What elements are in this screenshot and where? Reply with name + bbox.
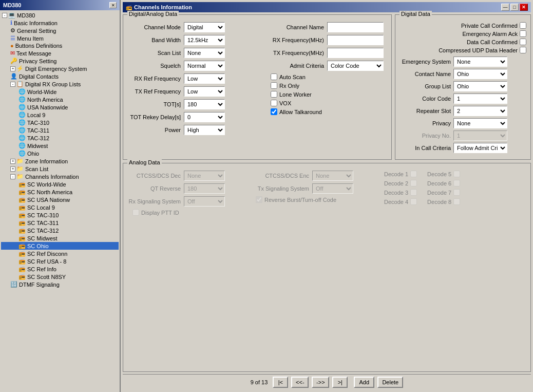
nav-next-btn[interactable]: ->>	[312, 377, 329, 388]
sidebar-item-sc-tac-311[interactable]: 📻 SC TAC-311	[1, 219, 119, 227]
tx-freq-input[interactable]: 449.30000	[327, 48, 384, 58]
squelch-label: Squelch	[127, 63, 184, 69]
emergency-alarm-checkbox[interactable]	[520, 30, 526, 37]
decode7-checkbox[interactable]	[453, 189, 460, 196]
in-call-criteria-select[interactable]: Follow Admit Criteria	[453, 143, 507, 153]
tot-rekey-select[interactable]: 0	[184, 112, 225, 122]
decode4-checkbox[interactable]	[410, 198, 417, 205]
expand-icon-zone[interactable]: +	[10, 159, 15, 164]
expand-icon-channels[interactable]: -	[10, 174, 15, 179]
nav-add-btn[interactable]: Add	[354, 377, 374, 388]
power-select[interactable]: High Low	[184, 125, 225, 135]
contact-name-select[interactable]: Ohio	[453, 69, 507, 79]
sidebar-item-usa-nationwide[interactable]: 🌐 USA Nationwide	[1, 103, 119, 111]
band-width-select[interactable]: 12.5kHz	[184, 35, 225, 45]
expand-icon[interactable]: -	[2, 13, 7, 18]
allow-talkaround-checkbox[interactable]	[271, 108, 277, 115]
private-call-checkbox[interactable]	[520, 22, 526, 29]
ctcss-dec-select[interactable]: None	[184, 171, 225, 181]
sidebar-item-sc-tac-310[interactable]: 📻 SC TAC-310	[1, 211, 119, 219]
compressed-udp-checkbox[interactable]	[520, 47, 526, 53]
channel-mode-select[interactable]: Digital	[184, 22, 225, 32]
sidebar-item-general-setting[interactable]: ⚙ General Setting	[1, 27, 119, 34]
sidebar-item-digit-emergency[interactable]: + ⚡ Digit Emergency System	[1, 65, 119, 72]
sidebar-item-basic-info[interactable]: ℹ Basic Information	[1, 19, 119, 27]
decode3-checkbox[interactable]	[410, 189, 417, 196]
sidebar-item-tac-310[interactable]: 🌐 TAC-310	[1, 119, 119, 126]
rx-freq-input[interactable]: 444.30000	[327, 35, 384, 45]
reverse-burst-checkbox[interactable]	[256, 196, 262, 203]
minimize-btn[interactable]: —	[501, 4, 509, 11]
sidebar-item-digital-rx[interactable]: - 📋 Digital RX Group Lists	[1, 80, 119, 88]
nav-prev-btn[interactable]: <<-	[291, 377, 309, 388]
decode6-checkbox[interactable]	[453, 180, 460, 186]
sidebar-item-midwest[interactable]: 🌐 Midwest	[1, 142, 119, 150]
tx-ref-freq-select[interactable]: Low	[184, 86, 225, 97]
decode2-checkbox[interactable]	[410, 180, 417, 186]
sidebar-item-ohio[interactable]: 🌐 Ohio	[1, 150, 119, 157]
sidebar-item-menu-item[interactable]: ☰ Menu Item	[1, 34, 119, 42]
sidebar-item-sc-scott-n8sy[interactable]: 📻 SC Scott N8SY	[1, 273, 119, 281]
sidebar-item-local-9[interactable]: 🌐 Local 9	[1, 111, 119, 119]
decode5-checkbox[interactable]	[453, 171, 460, 177]
sidebar-item-sc-world-wide[interactable]: 📻 SC World-Wide	[1, 180, 119, 188]
decode1-checkbox[interactable]	[410, 171, 417, 177]
squelch-select[interactable]: Normal High Low	[184, 61, 225, 71]
restore-btn[interactable]: □	[510, 4, 519, 11]
lone-worker-checkbox[interactable]	[271, 91, 277, 98]
group-list-select[interactable]: Ohio	[453, 81, 507, 91]
sidebar-item-sc-ref-usa-8[interactable]: 📻 SC Ref USA - 8	[1, 257, 119, 265]
auto-scan-checkbox[interactable]	[271, 73, 277, 80]
color-code-select[interactable]: 1	[453, 94, 507, 104]
privacy-no-select[interactable]: 1	[453, 130, 507, 141]
band-width-label: Band Width	[127, 37, 184, 43]
ctcss-enc-select[interactable]: None	[312, 171, 353, 181]
scan-list-select[interactable]: None	[184, 48, 225, 58]
nav-delete-btn[interactable]: Delete	[377, 377, 403, 388]
sidebar-item-dtmf[interactable]: 🔢 DTMF Signaling	[1, 281, 119, 288]
expand-icon-scan[interactable]: +	[10, 166, 15, 172]
rx-only-checkbox[interactable]	[271, 82, 277, 89]
expand-icon-rx[interactable]: -	[10, 82, 15, 87]
repeater-slot-select[interactable]: 2	[453, 106, 507, 116]
sidebar-item-md380[interactable]: - 💻 MD380	[1, 11, 119, 19]
rx-signaling-select[interactable]: Off	[184, 196, 225, 207]
sidebar-item-zone-info[interactable]: + 📁 Zone Information	[1, 157, 119, 165]
ch-icon-t311: 📻	[18, 219, 26, 226]
sidebar-item-north-america[interactable]: 🌐 North America	[1, 96, 119, 103]
sidebar-item-channels-info[interactable]: - 📁 Channels Information	[1, 173, 119, 180]
tot-select[interactable]: 180	[184, 99, 225, 109]
admit-criteria-select[interactable]: Color Code Always Channel Free	[327, 61, 384, 71]
vox-checkbox[interactable]	[271, 100, 277, 106]
sidebar-item-digital-contacts[interactable]: 👤 Digital Contacts	[1, 72, 119, 80]
nav-first-btn[interactable]: |<	[273, 377, 288, 388]
close-btn[interactable]: ✕	[520, 4, 528, 11]
sidebar-item-tac-312[interactable]: 🌐 TAC-312	[1, 134, 119, 142]
sidebar-item-world-wide[interactable]: 🌐 World-Wide	[1, 88, 119, 96]
channel-name-input[interactable]: SC Ohio	[327, 22, 384, 32]
sidebar-item-sc-ohio[interactable]: 📻 SC Ohio	[1, 242, 119, 250]
emergency-system-select[interactable]: None	[453, 57, 507, 67]
sidebar-item-sc-usa-nationw[interactable]: 📻 SC USA Nationw	[1, 196, 119, 203]
sidebar-close-btn[interactable]: ✕	[109, 2, 117, 8]
expand-icon-emergency[interactable]: +	[10, 66, 15, 71]
tx-signaling-select[interactable]: Off	[312, 183, 353, 194]
sidebar-item-buttons-def[interactable]: ● Buttons Definitions	[1, 42, 119, 49]
sidebar-item-sc-tac-312[interactable]: 📻 SC TAC-312	[1, 227, 119, 234]
rx-ref-freq-select[interactable]: Low	[184, 73, 225, 84]
sidebar-item-scan-list[interactable]: + 📁 Scan List	[1, 165, 119, 173]
decode8-checkbox[interactable]	[453, 198, 460, 205]
display-ptt-checkbox[interactable]	[132, 209, 139, 216]
nav-last-btn[interactable]: >|	[332, 377, 348, 388]
sidebar-item-sc-local-9[interactable]: 📻 SC Local 9	[1, 203, 119, 211]
sidebar-item-sc-north-america[interactable]: 📻 SC North America	[1, 188, 119, 196]
data-call-checkbox[interactable]	[520, 39, 526, 45]
privacy-select[interactable]: None	[453, 118, 507, 128]
sidebar-item-sc-ref-disconn[interactable]: 📻 SC Ref Disconn	[1, 250, 119, 257]
qt-reverse-select[interactable]: 180	[184, 183, 225, 194]
sidebar-item-text-message[interactable]: ✉ Text Message	[1, 49, 119, 57]
sidebar-item-sc-midwest[interactable]: 📻 SC Midwest	[1, 234, 119, 242]
sidebar-item-sc-ref-info[interactable]: 📻 SC Ref Info	[1, 265, 119, 273]
sidebar-item-privacy-setting[interactable]: 🔑 Privacy Setting	[1, 57, 119, 65]
sidebar-item-tac-311[interactable]: 🌐 TAC-311	[1, 126, 119, 134]
